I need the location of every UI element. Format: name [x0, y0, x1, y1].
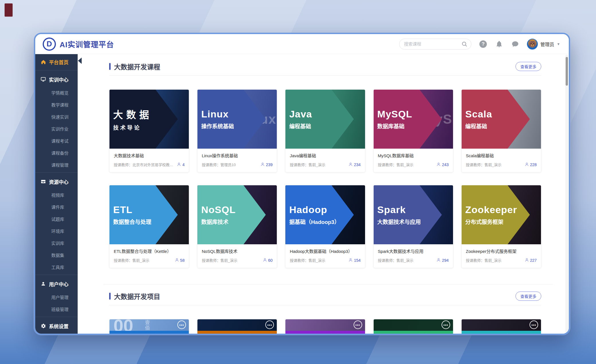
- sidebar-subitem[interactable]: 班级管理: [35, 303, 78, 315]
- cover-title-line1: 大 数 据: [113, 107, 189, 121]
- course-info: Java编程基础授课教师：售前_演示234: [285, 149, 365, 172]
- scrollbar-thumb[interactable]: [566, 57, 568, 86]
- course-card[interactable]: ETL数据整合与处理ETL数据整合与处理（Kettle）授课教师：售前_演示58: [109, 185, 189, 268]
- project-card[interactable]: •••大数据开发案例: [461, 319, 541, 334]
- course-teacher: 授课教师：售前_演示: [202, 257, 263, 263]
- sidebar-item-home[interactable]: 平台首页: [35, 55, 78, 68]
- project-banner: 大数据开发案例: [374, 331, 453, 334]
- course-info: Spark大数据技术与应用授课教师：售前_演示294: [374, 244, 453, 268]
- cover-title-line2: 据基础（Hadoop3）: [289, 218, 365, 225]
- sidebar-item-training-center[interactable]: 实训中心: [35, 72, 78, 86]
- student-count: 154: [348, 258, 360, 263]
- course-teacher: 授课教师：管理员10: [202, 162, 260, 167]
- sidebar-subitem[interactable]: 课程考试: [35, 135, 78, 147]
- student-count: 4: [177, 162, 185, 167]
- active-item-arrow: [78, 58, 82, 64]
- search-icon[interactable]: [461, 41, 467, 48]
- course-card[interactable]: MySMySQL数据库基础MySQL数据库基础授课教师：售前_演示243: [373, 89, 453, 172]
- course-card[interactable]: Hadoop据基础（Hadoop3）Hadoop大数据基础（Hadoop3）授课…: [285, 185, 365, 268]
- user-menu[interactable]: 🐻 管理员 ▼: [527, 39, 560, 50]
- sidebar-item-resource-center[interactable]: 资源中心: [35, 174, 78, 189]
- course-card[interactable]: 大 数 据技 术 导 论大数据技术基础授课教师：北京市对外贸易学校教...4: [109, 89, 189, 172]
- sidebar-subitem[interactable]: 课件库: [35, 201, 78, 213]
- project-banner: 大数据开发案例: [109, 331, 189, 334]
- sidebar-subitem[interactable]: 用户管理: [35, 291, 78, 303]
- view-more-button[interactable]: 查看更多: [515, 62, 541, 71]
- course-cover: Spark大数据技术与应用: [374, 185, 453, 244]
- sidebar-item-label: 系统设置: [49, 322, 68, 330]
- sidebar-subitem[interactable]: 课程管理: [35, 159, 78, 171]
- help-icon[interactable]: ?: [479, 40, 487, 48]
- project-card[interactable]: •••大数据开发案例: [285, 319, 365, 334]
- sidebar-item-label: 平台首页: [49, 58, 68, 66]
- course-cover: Zookeeper分布式服务框架: [462, 185, 541, 244]
- person-icon: [263, 258, 267, 263]
- course-teacher: 授课教师：北京市对外贸易学校教...: [114, 162, 177, 167]
- course-info: Hadoop大数据基础（Hadoop3）授课教师：售前_演示154: [285, 244, 365, 268]
- sidebar-subitem[interactable]: 课程备份: [35, 147, 78, 159]
- more-options-icon[interactable]: •••: [442, 320, 450, 329]
- student-count: 239: [260, 162, 272, 167]
- project-banner: 大数据开发案例: [197, 331, 277, 334]
- cover-banner: Spark大数据技术与应用: [374, 185, 453, 244]
- scrollbar[interactable]: [565, 55, 568, 332]
- sidebar-subitem[interactable]: 环境库: [35, 225, 78, 237]
- project-card[interactable]: 00壹佰•••大数据开发案例: [109, 319, 189, 334]
- sidebar-subitem[interactable]: 工具库: [35, 261, 78, 273]
- person-icon: [436, 162, 441, 167]
- project-card[interactable]: •••大数据开发案例: [373, 319, 453, 334]
- sidebar-item-label: 资源中心: [49, 178, 68, 185]
- cover-title-line2: 技 术 导 论: [113, 123, 189, 131]
- project-cover: •••大数据开发案例: [285, 319, 365, 334]
- user-name: 管理员: [540, 41, 554, 48]
- course-card[interactable]: Java编程基础Java编程基础授课教师：售前_演示234: [285, 89, 365, 172]
- sidebar-item-system-settings[interactable]: 系统设置: [35, 319, 78, 333]
- course-card[interactable]: inuxLinux操作系统基础Linux操作系统基础授课教师：管理员10239: [197, 89, 277, 172]
- logo-letter: D: [47, 40, 52, 48]
- sidebar-item-user-center[interactable]: 用户中心: [35, 277, 78, 291]
- more-options-icon[interactable]: •••: [265, 320, 274, 329]
- desktop-corner-shape: [5, 3, 13, 17]
- project-card[interactable]: •••大数据开发案例: [197, 319, 277, 334]
- app-window: D AI实训管理平台 ? 🐻 管理员 ▼ 平台首页实训中心学情概: [34, 33, 570, 335]
- more-options-icon[interactable]: •••: [177, 320, 186, 329]
- sidebar-item-label: 用户中心: [49, 280, 68, 288]
- bell-icon[interactable]: [495, 40, 503, 48]
- courses-grid: 大 数 据技 术 导 论大数据技术基础授课教师：北京市对外贸易学校教...4in…: [109, 89, 541, 268]
- avatar[interactable]: 🐻: [527, 39, 538, 50]
- sidebar-subitem[interactable]: 实训库: [35, 237, 78, 249]
- cover-title-line2: 分布式服务框架: [465, 218, 541, 225]
- course-card[interactable]: NoSQL数据库技术NoSQL数据库技术授课教师：售前_演示60: [197, 185, 277, 268]
- course-card[interactable]: Spark大数据技术与应用Spark大数据技术与应用授课教师：售前_演示294: [373, 185, 453, 268]
- search-input[interactable]: [399, 39, 471, 50]
- person-icon: [436, 258, 441, 263]
- project-banner: 大数据开发案例: [462, 331, 541, 334]
- student-count: 234: [348, 162, 360, 167]
- course-cover: Java编程基础: [285, 90, 365, 149]
- more-options-icon[interactable]: •••: [530, 320, 538, 329]
- sidebar-subitem[interactable]: 学情概览: [35, 86, 78, 99]
- section-accent-bar: [109, 63, 111, 70]
- course-cover: Hadoop据基础（Hadoop3）: [285, 185, 365, 244]
- cover-title-line1: ETL: [113, 204, 189, 215]
- chat-icon[interactable]: [511, 40, 519, 48]
- sidebar-subitem[interactable]: 视频库: [35, 189, 78, 201]
- sidebar-subitem[interactable]: 试题库: [35, 213, 78, 225]
- course-card[interactable]: Zookeeper分布式服务框架Zookeeper分布式服务框架授课教师：售前_…: [461, 185, 541, 268]
- section-divider: [109, 305, 541, 305]
- view-more-button[interactable]: 查看更多: [515, 292, 541, 301]
- sidebar-subitem[interactable]: 实训作业: [35, 123, 78, 135]
- sidebar-subitem[interactable]: 教学课程: [35, 99, 78, 111]
- person-icon: [260, 162, 265, 167]
- course-card[interactable]: Scala编程基础Scala编程基础授课教师：售前_演示228: [461, 89, 541, 172]
- person-icon: [348, 162, 353, 167]
- student-count: 294: [436, 258, 448, 263]
- sidebar-subitem[interactable]: 数据集: [35, 249, 78, 261]
- section-title: 大数据开发项目: [114, 291, 515, 301]
- cover-banner: ETL数据整合与处理: [109, 185, 189, 244]
- person-icon: [175, 258, 179, 263]
- cover-title-line1: Java: [289, 109, 365, 120]
- project-cover: •••大数据开发案例: [197, 319, 277, 334]
- sidebar-subitem[interactable]: 快速实训: [35, 111, 78, 123]
- more-options-icon[interactable]: •••: [354, 320, 362, 329]
